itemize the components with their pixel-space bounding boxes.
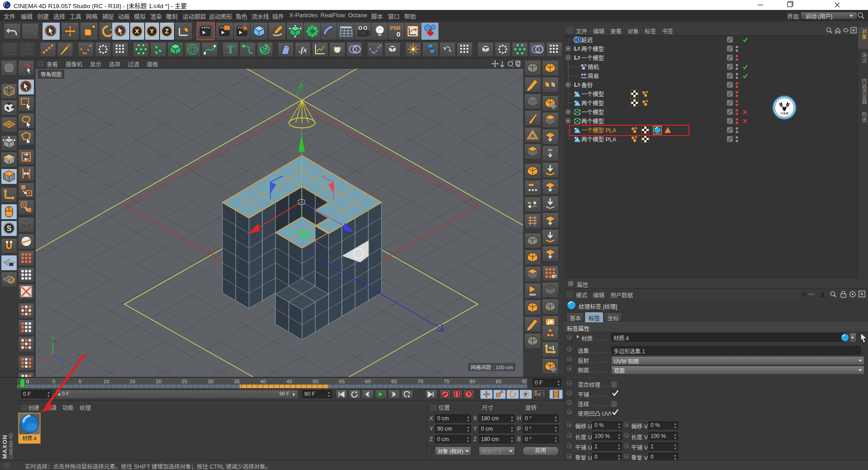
svg-text:X: X	[135, 28, 139, 35]
svg-text:两个模型: 两个模型	[581, 118, 604, 125]
svg-text:Y: Y	[150, 28, 154, 35]
svg-text:两个模型: 两个模型	[581, 100, 604, 107]
svg-text:一个模型: 一个模型	[581, 91, 604, 98]
svg-text:S: S	[7, 225, 12, 232]
svg-text:两个模型 PLA: 两个模型 PLA	[581, 136, 617, 143]
svg-text:备份: 备份	[581, 82, 593, 89]
svg-text:Z: Z	[165, 28, 169, 35]
svg-text:行走者: 行走者	[780, 112, 788, 115]
svg-text:?: ?	[467, 392, 470, 397]
svg-text:.fx: .fx	[299, 46, 307, 54]
svg-text:=1: =1	[549, 345, 555, 351]
svg-text:延迟: 延迟	[581, 37, 593, 43]
svg-text:一个模型 PLA: 一个模型 PLA	[581, 127, 617, 134]
svg-text:o: o	[578, 82, 580, 86]
svg-text:o: o	[578, 46, 580, 50]
svg-text:随机: 随机	[588, 64, 599, 70]
svg-text:一个模型: 一个模型	[581, 55, 604, 61]
svg-text:L: L	[574, 46, 577, 52]
svg-text:0: 0	[396, 30, 400, 38]
svg-text:L: L	[574, 55, 577, 61]
svg-text:o: o	[578, 55, 580, 59]
svg-text:T: T	[226, 43, 234, 56]
svg-text:两个模型: 两个模型	[581, 46, 604, 52]
svg-text:简易: 简易	[588, 73, 599, 80]
svg-text:L: L	[574, 82, 577, 88]
svg-text:x=: x=	[552, 273, 557, 279]
svg-text:一个模型: 一个模型	[581, 109, 604, 116]
svg-text:P: P	[524, 392, 528, 397]
svg-text:Y: Y	[51, 336, 54, 341]
